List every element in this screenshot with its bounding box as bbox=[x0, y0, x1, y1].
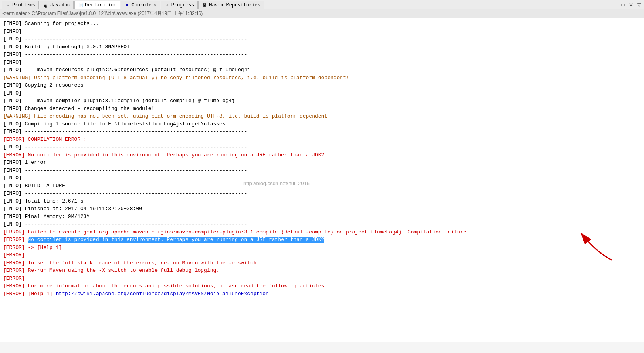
console-line: [INFO] bbox=[3, 28, 641, 36]
tab-problems[interactable]: ⚠ Problems bbox=[2, 1, 39, 9]
process-bar: <terminated> C:\Program Files\Java\jre1.… bbox=[0, 9, 644, 18]
console-line: [INFO] BUILD FAILURE bbox=[3, 182, 641, 190]
console-line: [INFO] bbox=[3, 89, 641, 97]
minimize-btn[interactable]: — bbox=[612, 1, 619, 8]
console-line: [ERROR] To see the full stack trace of t… bbox=[3, 259, 641, 267]
console-line: [ERROR] bbox=[3, 251, 641, 259]
console-line: [ERROR] [Help 1] http://cwiki.apache.org… bbox=[3, 290, 641, 298]
view-menu-btn[interactable]: ▽ bbox=[635, 1, 642, 8]
tab-maven-repos[interactable]: 🗄 Maven Repositories bbox=[198, 1, 264, 9]
tab-console[interactable]: ■ Console ✕ bbox=[121, 1, 160, 9]
console-line: [INFO] Compiling 1 source file to E:\flu… bbox=[3, 120, 641, 128]
tab-console-label: Console bbox=[131, 2, 151, 8]
console-line: [ERROR] Failed to execute goal org.apach… bbox=[3, 228, 641, 236]
console-line: [ERROR] COMPILATION ERROR : bbox=[3, 136, 641, 144]
tab-progress[interactable]: ⊡ Progress bbox=[161, 1, 198, 9]
tab-toolbar: — □ ✕ ▽ bbox=[612, 1, 642, 8]
console-line: [INFO] ---------------------------------… bbox=[3, 128, 641, 136]
console-line: [INFO] bbox=[3, 59, 641, 66]
problems-icon: ⚠ bbox=[5, 2, 11, 8]
console-close-icon[interactable]: ✕ bbox=[154, 3, 156, 8]
process-bar-text: <terminated> C:\Program Files\Java\jre1.… bbox=[2, 11, 203, 16]
console-line: [INFO] ---------------------------------… bbox=[3, 143, 641, 151]
progress-icon: ⊡ bbox=[164, 2, 170, 8]
console-line: [INFO] ---------------------------------… bbox=[3, 35, 641, 43]
console-line: [ERROR] No compiler is provided in this … bbox=[3, 151, 641, 159]
console-line: [ERROR] bbox=[3, 275, 641, 283]
console-line: [INFO] Finished at: 2017-04-19T11:32:20+… bbox=[3, 205, 641, 213]
console-line: [INFO] ---------------------------------… bbox=[3, 167, 641, 175]
console-line: [INFO] Changes detected - recompiling th… bbox=[3, 105, 641, 113]
maximize-btn[interactable]: □ bbox=[619, 1, 627, 8]
declaration-icon: 📄 bbox=[78, 2, 84, 8]
console-line: [INFO] ---------------------------------… bbox=[3, 190, 641, 197]
tab-declaration[interactable]: 📄 Declaration bbox=[74, 1, 120, 9]
tab-javadoc[interactable]: @ Javadoc bbox=[40, 1, 74, 9]
console-line: [INFO] ---------------------------------… bbox=[3, 51, 641, 59]
console-icon: ■ bbox=[124, 2, 130, 8]
console-line: [ERROR] No compiler is provided in this … bbox=[3, 236, 641, 244]
console-line: [INFO] Final Memory: 9M/123M bbox=[3, 213, 641, 221]
tab-bar: ⚠ Problems @ Javadoc 📄 Declaration ■ Con… bbox=[0, 0, 644, 9]
console-line: [INFO] Total time: 2.671 s bbox=[3, 197, 641, 205]
console-line: [INFO] ---------------------------------… bbox=[3, 174, 641, 182]
close-view-btn[interactable]: ✕ bbox=[627, 1, 635, 8]
console-line: [INFO] --- maven-resources-plugin:2.6:re… bbox=[3, 66, 641, 74]
console-line: [INFO] Copying 2 resources bbox=[3, 82, 641, 89]
console-line: [INFO] ---------------------------------… bbox=[3, 220, 641, 228]
console-line: [INFO] 1 error bbox=[3, 159, 641, 167]
tab-progress-label: Progress bbox=[171, 2, 194, 8]
console-line: [ERROR] -> [Help 1] bbox=[3, 244, 641, 252]
javadoc-icon: @ bbox=[43, 2, 49, 8]
tab-javadoc-label: Javadoc bbox=[50, 2, 70, 8]
console-line: [INFO] Building flumeLog4j 0.0.1-SNAPSHO… bbox=[3, 43, 641, 51]
tab-problems-label: Problems bbox=[12, 2, 35, 8]
console-line: [ERROR] For more information about the e… bbox=[3, 282, 641, 290]
console-line: [ERROR] Re-run Maven using the -X switch… bbox=[3, 267, 641, 275]
console-output[interactable]: [INFO] Scanning for projects...[INFO] [I… bbox=[0, 18, 644, 342]
console-line: [WARNING] File encoding has not been set… bbox=[3, 112, 641, 120]
maven-repos-icon: 🗄 bbox=[202, 2, 207, 8]
console-line: [INFO] Scanning for projects... bbox=[3, 20, 641, 28]
tab-maven-repos-label: Maven Repositories bbox=[209, 2, 260, 8]
tab-declaration-label: Declaration bbox=[85, 2, 116, 8]
console-line: [INFO] --- maven-compiler-plugin:3.1:com… bbox=[3, 97, 641, 105]
console-line: [WARNING] Using platform encoding (UTF-8… bbox=[3, 74, 641, 82]
